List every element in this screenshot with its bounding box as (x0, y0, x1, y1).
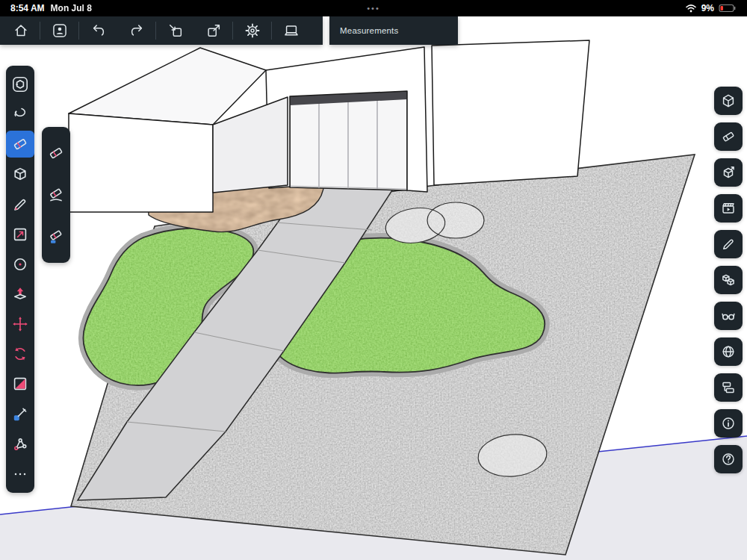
layers-panels-icon (720, 379, 737, 396)
eraser-icon (11, 135, 29, 153)
line-tool-button[interactable] (6, 191, 34, 218)
undo-arrow-icon (90, 22, 107, 39)
cube-arrow-icon (720, 164, 737, 181)
tape-measure-tool-button[interactable] (6, 401, 34, 428)
person-icon (52, 22, 68, 39)
status-bar: 8:54 AM Mon Jul 8 ••• 9% (0, 0, 747, 16)
location-button[interactable] (714, 337, 743, 366)
nodes-tool-button[interactable] (6, 431, 34, 458)
rotate-arrows-icon (11, 345, 29, 363)
components-button[interactable] (714, 87, 743, 115)
circle-icon (11, 255, 29, 273)
lasso-icon (11, 105, 29, 123)
more-tools-button[interactable] (6, 461, 34, 488)
rotate-tool-button[interactable] (6, 340, 34, 367)
square-arrow-icon (11, 225, 29, 243)
clock-time: 8:54 AM (10, 3, 45, 13)
cubes-icon (720, 272, 737, 288)
tape-measure-icon (11, 405, 29, 423)
top-toolbar (0, 16, 323, 45)
offset-tool-button[interactable] (6, 221, 34, 248)
select-cube-icon (11, 75, 29, 93)
home-button[interactable] (1, 16, 40, 45)
eraser-option-material[interactable] (42, 222, 70, 252)
box-icon (11, 165, 29, 183)
home-icon (13, 22, 29, 39)
redo-button[interactable] (117, 16, 155, 45)
styles-button[interactable] (714, 158, 743, 187)
battery-percent: 9% (701, 3, 714, 13)
left-toolbar (6, 66, 34, 493)
redo-arrow-icon (128, 22, 145, 39)
eraser-tool-button[interactable] (6, 131, 34, 158)
connect-display-button[interactable] (272, 16, 310, 45)
model-canvas[interactable] (0, 0, 747, 560)
eraser-flyout (42, 127, 70, 263)
circle-tool-button[interactable] (6, 251, 34, 278)
clock-date: Mon Jul 8 (51, 3, 92, 13)
box-arrow-in-icon (167, 22, 184, 39)
info-circle-icon (720, 415, 737, 432)
eraser-icon (47, 145, 65, 163)
eraser-option-edges[interactable] (42, 180, 70, 210)
account-button[interactable] (40, 16, 78, 45)
eraser-swatch-icon (720, 128, 737, 145)
move-arrows-icon (11, 315, 29, 333)
info-button[interactable] (714, 409, 743, 438)
insert-button[interactable] (156, 16, 194, 45)
left-wing-front (69, 113, 213, 212)
wifi-icon (685, 4, 697, 13)
question-circle-icon (720, 451, 737, 467)
move-tool-button[interactable] (6, 311, 34, 337)
clapperboard-icon (720, 200, 737, 217)
gear-icon (244, 22, 261, 39)
paint-tool-button[interactable] (6, 370, 34, 397)
multitask-dots: ••• (367, 0, 380, 16)
help-button[interactable] (714, 445, 743, 473)
battery-icon (719, 4, 737, 13)
pencil-icon (720, 236, 737, 252)
push-pull-tool-button[interactable] (6, 281, 34, 308)
select-tool-button[interactable] (6, 71, 34, 98)
scenes-button[interactable] (714, 194, 743, 223)
right-toolbar (714, 87, 743, 473)
laptop-icon (283, 22, 300, 39)
nodes-icon (11, 435, 29, 453)
measurements-label: Measurements (340, 26, 398, 35)
ellipsis-icon (11, 465, 29, 483)
globe-icon (720, 343, 737, 360)
shapes-tool-button[interactable] (6, 161, 34, 187)
hexagon-cube-icon (720, 93, 737, 109)
objects-button[interactable] (714, 266, 743, 294)
markup-button[interactable] (714, 230, 743, 258)
display-button[interactable] (714, 302, 743, 330)
undo-button[interactable] (79, 16, 117, 45)
push-pull-icon (11, 285, 29, 303)
pencil-icon (11, 196, 29, 214)
eraser-curve-icon (47, 186, 65, 204)
settings-button[interactable] (233, 16, 271, 45)
eraser-blue-icon (47, 228, 65, 246)
paint-swatch-icon (11, 375, 29, 393)
materials-button[interactable] (714, 122, 743, 151)
lasso-tool-button[interactable] (6, 101, 34, 128)
eraser-option-default[interactable] (42, 139, 70, 169)
glasses-icon (720, 308, 737, 324)
measurements-panel[interactable]: Measurements (329, 16, 458, 45)
right-wing-front (432, 40, 589, 185)
outliner-button[interactable] (714, 373, 743, 402)
box-arrow-out-icon (205, 22, 222, 39)
export-button[interactable] (194, 16, 232, 45)
